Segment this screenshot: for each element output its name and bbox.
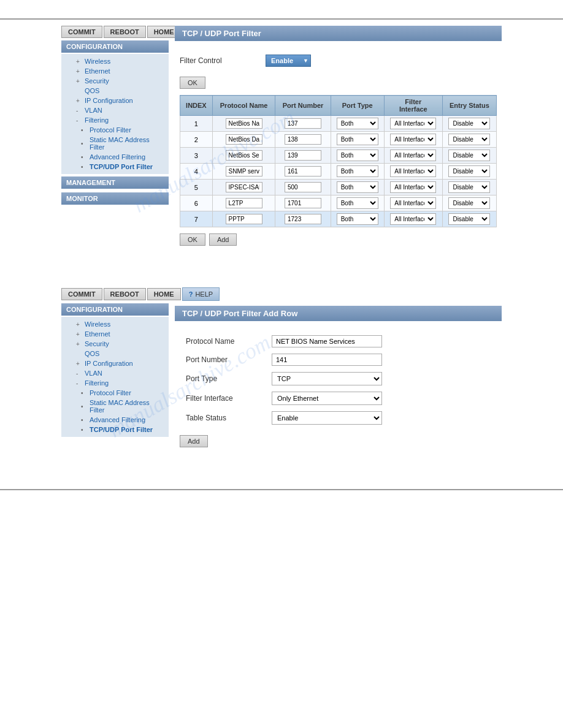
monitor-header-1: MONITOR: [61, 192, 169, 205]
sidebar-label-protocol-filter-1: Protocol Filter: [90, 126, 131, 134]
filter-control-row: Filter Control Enable Disable: [180, 52, 497, 69]
sidebar-label-ethernet-1: Ethernet: [85, 67, 110, 75]
protocol-input-3[interactable]: [226, 150, 262, 161]
sidebar-item-vlan-1[interactable]: - VLAN: [61, 105, 169, 115]
filter-control-select[interactable]: Enable Disable: [266, 55, 311, 67]
expand-icon-security-1: +: [76, 78, 82, 85]
type-select-2[interactable]: BothTCPUDP: [337, 134, 378, 145]
type-select-6[interactable]: BothTCPUDP: [337, 197, 378, 209]
port-type-select[interactable]: TCP UDP Both: [272, 372, 382, 385]
port-input-5[interactable]: [285, 182, 321, 192]
sidebar-item-ipconfig-2[interactable]: + IP Configuration: [61, 358, 169, 368]
col-port: Port Number: [275, 96, 331, 116]
sidebar-item-advanced-2[interactable]: • Advanced Filtering: [61, 415, 169, 425]
status-select-3[interactable]: DisableEnable: [448, 150, 490, 161]
sidebar-item-security-2[interactable]: + Security: [61, 339, 169, 349]
sidebar-item-ethernet-2[interactable]: + Ethernet: [61, 329, 169, 339]
panel-title-1: TCP / UDP Port Filter: [175, 26, 502, 41]
ok-button-bottom-1[interactable]: OK: [180, 233, 205, 246]
sidebar-item-advanced-1[interactable]: • Advanced Filtering: [61, 152, 169, 162]
sidebar-item-static-mac-1[interactable]: • Static MAC Address Filter: [61, 135, 169, 152]
port-input-6[interactable]: [285, 198, 321, 208]
port-input-3[interactable]: [285, 150, 321, 161]
interface-select-1[interactable]: All InterfaceOnly Ethernet: [390, 118, 436, 129]
sidebar-item-wireless-1[interactable]: + Wireless: [61, 56, 169, 66]
port-input-7[interactable]: [285, 214, 321, 224]
ok-button-top-1[interactable]: OK: [180, 77, 205, 89]
expand-icon-vlan-1: -: [76, 107, 82, 114]
interface-select-3[interactable]: All InterfaceOnly Ethernet: [390, 150, 436, 161]
sidebar-item-vlan-2[interactable]: - VLAN: [61, 368, 169, 378]
interface-select-4[interactable]: All InterfaceOnly Ethernet: [390, 165, 436, 177]
expand-icon-s2: +: [76, 341, 82, 347]
sidebar-item-tcpudp-1[interactable]: • TCP/UDP Port Filter: [61, 162, 169, 172]
sidebar-item-wireless-2[interactable]: + Wireless: [61, 319, 169, 329]
sidebar-item-filtering-2[interactable]: - Filtering: [61, 378, 169, 388]
type-select-1[interactable]: BothTCPUDP: [337, 118, 378, 129]
interface-select-5[interactable]: All InterfaceOnly Ethernet: [390, 181, 436, 193]
type-select-5[interactable]: BothTCPUDP: [337, 181, 378, 193]
sidebar-item-protocol-filter-1[interactable]: • Protocol Filter: [61, 125, 169, 135]
sidebar-item-protocol-2[interactable]: • Protocol Filter: [61, 388, 169, 398]
status-select-4[interactable]: DisableEnable: [448, 165, 490, 177]
status-select-5[interactable]: DisableEnable: [448, 181, 490, 193]
table-status-select[interactable]: Enable Disable: [272, 411, 382, 425]
protocol-input-5[interactable]: [226, 182, 262, 192]
sidebar-item-security-1[interactable]: + Security: [61, 76, 169, 86]
add-button-1[interactable]: Add: [209, 233, 237, 246]
port-input-2[interactable]: [285, 134, 321, 145]
form-row-type: Port Type TCP UDP Both: [180, 369, 497, 389]
cell-port: [275, 195, 331, 211]
interface-select-7[interactable]: All InterfaceOnly Ethernet: [390, 213, 436, 225]
bullet-tcpudp-1: •: [81, 164, 87, 170]
reboot-button-1[interactable]: REBOOT: [104, 26, 146, 38]
sidebar-item-qos-2[interactable]: QOS: [61, 349, 169, 358]
col-interface: FilterInterface: [384, 96, 442, 116]
reboot-button-2[interactable]: REBOOT: [104, 288, 146, 300]
protocol-input-6[interactable]: [226, 198, 262, 208]
form-field-port: [266, 351, 497, 369]
commit-button-1[interactable]: COMMIT: [61, 26, 102, 38]
protocol-input-4[interactable]: [226, 166, 262, 176]
cell-type: BothTCPUDP: [331, 116, 384, 132]
protocol-input-1[interactable]: [226, 118, 262, 129]
type-select-7[interactable]: BothTCPUDP: [337, 213, 378, 225]
status-select-6[interactable]: DisableEnable: [448, 197, 490, 209]
port-input-4[interactable]: [285, 166, 321, 176]
sidebar-item-filtering-1[interactable]: - Filtering: [61, 115, 169, 125]
sidebar-item-ethernet-1[interactable]: + Ethernet: [61, 66, 169, 76]
port-input-1[interactable]: [285, 118, 321, 129]
status-select-7[interactable]: DisableEnable: [448, 213, 490, 225]
sidebar-item-ipconfig-1[interactable]: + IP Configuration: [61, 96, 169, 105]
form-field-type: TCP UDP Both: [266, 369, 497, 389]
cell-status: DisableEnable: [442, 132, 496, 148]
interface-select-2[interactable]: All InterfaceOnly Ethernet: [390, 134, 436, 145]
status-select-2[interactable]: DisableEnable: [448, 134, 490, 145]
commit-button-2[interactable]: COMMIT: [61, 288, 102, 300]
protocol-input-2[interactable]: [226, 134, 262, 145]
cell-interface: All InterfaceOnly Ethernet: [384, 211, 442, 227]
cell-status: DisableEnable: [442, 116, 496, 132]
filter-interface-select[interactable]: Only Ethernet All Interface: [272, 392, 382, 405]
protocol-name-input[interactable]: [272, 335, 382, 347]
expand-icon-qos-1: [76, 88, 82, 94]
sidebar-label-security-2: Security: [85, 340, 109, 347]
type-select-4[interactable]: BothTCPUDP: [337, 165, 378, 177]
cell-status: DisableEnable: [442, 164, 496, 180]
type-select-3[interactable]: BothTCPUDP: [337, 150, 378, 161]
bullet-p2: •: [81, 390, 87, 396]
cell-index: 7: [180, 211, 213, 227]
sidebar-item-tcpudp-2[interactable]: • TCP/UDP Port Filter: [61, 425, 169, 434]
panel-body-1: Filter Control Enable Disable OK INDEX: [175, 47, 502, 251]
configuration-header-1: CONFIGURATION: [61, 40, 169, 53]
bullet-adv2: •: [81, 417, 87, 423]
sidebar-item-staticmac-2[interactable]: • Static MAC Address Filter: [61, 398, 169, 415]
port-number-input[interactable]: [272, 354, 382, 366]
table-row: 3 BothTCPUDP All InterfaceOnly Ethernet …: [180, 148, 497, 164]
interface-select-6[interactable]: All InterfaceOnly Ethernet: [390, 197, 436, 209]
protocol-input-7[interactable]: [226, 214, 262, 224]
status-select-1[interactable]: DisableEnable: [448, 118, 490, 129]
sidebar-item-qos-1[interactable]: QOS: [61, 86, 169, 96]
add-button-2[interactable]: Add: [180, 435, 208, 447]
bullet-tcp2: •: [81, 427, 87, 433]
